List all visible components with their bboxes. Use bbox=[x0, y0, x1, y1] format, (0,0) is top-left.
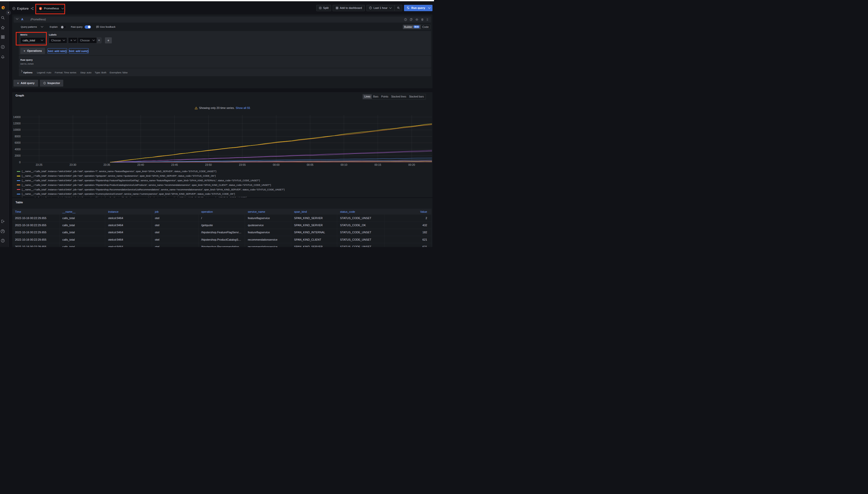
svg-text:00:05: 00:05 bbox=[307, 163, 313, 166]
svg-text:00:00: 00:00 bbox=[273, 163, 279, 166]
svg-text:14000: 14000 bbox=[13, 115, 21, 118]
svg-text:2000: 2000 bbox=[15, 154, 21, 157]
svg-text:23:45: 23:45 bbox=[171, 163, 178, 166]
svg-text:00:15: 00:15 bbox=[375, 163, 381, 166]
svg-text:4000: 4000 bbox=[15, 148, 21, 151]
svg-text:8000: 8000 bbox=[15, 135, 21, 138]
svg-text:23:50: 23:50 bbox=[205, 163, 212, 166]
svg-text:10000: 10000 bbox=[13, 128, 21, 131]
svg-text:23:40: 23:40 bbox=[137, 163, 144, 166]
svg-text:23:30: 23:30 bbox=[70, 163, 76, 166]
svg-text:00:20: 00:20 bbox=[408, 163, 415, 166]
svg-text:23:25: 23:25 bbox=[36, 163, 42, 166]
svg-text:6000: 6000 bbox=[15, 141, 21, 144]
svg-text:0: 0 bbox=[19, 160, 21, 164]
svg-text:23:35: 23:35 bbox=[104, 163, 110, 166]
svg-text:00:10: 00:10 bbox=[341, 163, 347, 166]
svg-text:23:55: 23:55 bbox=[239, 163, 246, 166]
svg-text:12000: 12000 bbox=[13, 122, 21, 125]
